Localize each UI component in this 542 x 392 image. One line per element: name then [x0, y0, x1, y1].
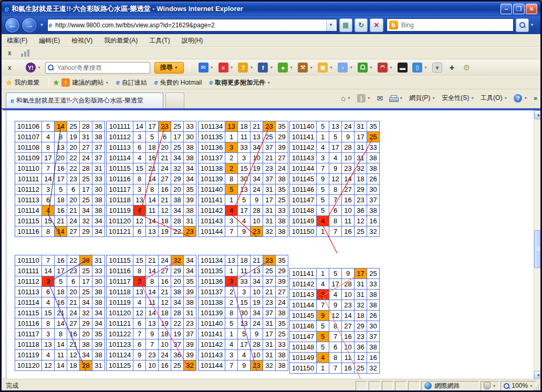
facebook-icon[interactable]: f — [258, 63, 268, 73]
folder-icon[interactable]: ⤴ — [238, 63, 248, 73]
scroll-down-button[interactable]: ▼ — [534, 371, 542, 379]
folder-dropdown[interactable]: ▼ — [249, 66, 253, 69]
shopping-bag-icon[interactable]: ▣ — [318, 63, 328, 73]
page-menu-button[interactable]: 網頁(P)▼ — [409, 94, 435, 102]
rss-button[interactable]: )▼ — [357, 94, 371, 102]
auction-icon[interactable]: ⚒ — [298, 63, 308, 73]
yahoo-close-icon[interactable]: x — [8, 64, 12, 71]
compatibility-view-button[interactable]: ▦ — [339, 18, 352, 32]
number-cell: 14 — [133, 121, 146, 132]
monster-icon[interactable]: ᗝ — [358, 63, 368, 73]
help-button[interactable]: ?▼ — [514, 94, 527, 102]
search-box[interactable]: b — [387, 18, 514, 32]
yahoo-search-input[interactable] — [56, 64, 148, 72]
mail-icon[interactable]: ✉ — [199, 63, 209, 73]
facebook-dropdown[interactable]: ▼ — [269, 66, 273, 69]
yahoo-search-box[interactable] — [45, 62, 150, 74]
number-cell: 27 — [159, 174, 171, 184]
close-toolbar-icon[interactable]: x — [8, 49, 12, 57]
safety-menu-button[interactable]: 安全性(S)▼ — [442, 94, 474, 102]
address-dropdown[interactable]: ▼ — [326, 19, 336, 31]
number-cell: 23 — [67, 266, 80, 276]
number-cell: 33 — [276, 339, 288, 350]
overflow-dropdown[interactable]: ▼ — [432, 63, 442, 73]
print-button[interactable]: ▼ — [389, 95, 403, 101]
recycle-bin-icon[interactable]: ▯ — [412, 63, 422, 73]
custom-links-button[interactable]: e自訂連結 — [116, 78, 147, 87]
search-options-dropdown[interactable]: ▼ — [530, 23, 534, 27]
forward-button[interactable]: → — [22, 17, 37, 33]
auction-dropdown[interactable]: ▼ — [309, 66, 313, 69]
number-cell-highlight-orange: 28 — [80, 255, 92, 266]
restore-button[interactable]: ❐ — [513, 4, 525, 14]
draw-id-cell: 101114 — [107, 153, 133, 163]
draw-row: 101142417283133 — [290, 142, 380, 153]
refresh-button[interactable]: ↻ — [355, 18, 368, 32]
home-button[interactable]: ⌂▼ — [341, 94, 350, 102]
tab-active[interactable]: e 和氣生財就是王道!!-六合彩版路心水區-樂透堂 — [6, 92, 163, 108]
number-cell: 23 — [263, 163, 276, 174]
free-hotmail-button[interactable]: e免費的 Hotmail — [154, 78, 202, 87]
zoom-pane[interactable]: 100%▼ — [501, 381, 536, 390]
movies-icon[interactable]: ▬ — [398, 63, 408, 73]
tools-menu-button[interactable]: 工具(O)▼ — [481, 94, 507, 102]
monster-dropdown[interactable]: ▼ — [369, 66, 373, 69]
number-cell: 23 — [342, 163, 355, 174]
yahoo-menu-dropdown[interactable]: ▼ — [37, 66, 41, 69]
recent-pages-dropdown[interactable]: ▼ — [40, 23, 44, 27]
menu-item-file[interactable]: 檔案(F) — [7, 36, 27, 45]
address-input[interactable] — [54, 20, 326, 30]
menu-item-view[interactable]: 檢視(V) — [71, 36, 92, 45]
read-mail-button[interactable]: ✉ — [377, 94, 383, 102]
favorites-button[interactable]: ★我的最愛 — [6, 78, 40, 87]
number-cell: 30 — [92, 184, 105, 195]
scroll-up-button[interactable]: ▲ — [534, 110, 542, 119]
suggested-sites-button[interactable]: ★!建議的網站▼ — [53, 78, 109, 87]
news-icon[interactable]: ≡ — [218, 63, 228, 73]
add-button-icon[interactable]: + — [447, 63, 457, 73]
shopping-dropdown[interactable]: ▼ — [329, 66, 333, 69]
car-dropdown[interactable]: ▼ — [389, 66, 393, 69]
draw-row: 1011123561730 — [107, 132, 196, 142]
sports-dropdown[interactable]: ▼ — [289, 66, 293, 69]
news-dropdown[interactable]: ▼ — [230, 66, 234, 69]
sports-icon[interactable]: ● — [278, 63, 288, 73]
resize-grip[interactable] — [533, 385, 539, 391]
number-cell: 16 — [55, 163, 67, 174]
vertical-scrollbar[interactable]: ▲ ▼ — [534, 110, 542, 379]
draw-id-cell: 101150 — [290, 363, 317, 374]
mail-dropdown[interactable]: ▼ — [210, 66, 214, 69]
yahoo-search-button[interactable]: 搜尋▼ — [154, 62, 184, 74]
number-cell: 34 — [92, 226, 105, 237]
get-more-addons-button[interactable]: e取得更多附加元件▼ — [209, 78, 270, 87]
scroll-thumb[interactable] — [534, 230, 542, 268]
settings-gear-icon[interactable]: ⚙ — [462, 63, 472, 73]
command-bar: ⌂▼ )▼ ✉ ▼ 網頁(P)▼ 安全性(S)▼ 工具(O)▼ ?▼ » — [335, 94, 537, 102]
menu-item-edit[interactable]: 編輯(E) — [39, 36, 60, 45]
address-bar[interactable]: e ▼ — [47, 19, 337, 32]
number-cell: 3 — [42, 329, 55, 339]
back-button[interactable]: ← — [5, 17, 20, 33]
minimize-button[interactable]: – — [501, 4, 512, 14]
stop-button[interactable]: × — [370, 18, 383, 32]
menu-item-tools[interactable]: 工具(T) — [149, 36, 170, 45]
protection-pane[interactable]: ▼ — [481, 381, 499, 390]
toolbar-overflow-chevron[interactable]: » — [534, 95, 537, 102]
bin-dropdown[interactable]: ▼ — [424, 66, 428, 69]
lightbulb-dropdown[interactable]: ▼ — [349, 66, 353, 69]
menu-item-favorites[interactable]: 我的最愛(A) — [104, 36, 138, 45]
menu-item-help[interactable]: 說明(H) — [182, 36, 203, 45]
car-icon[interactable]: 🚘 — [378, 63, 388, 73]
tab-new[interactable] — [165, 92, 184, 108]
draw-id-cell: 101119 — [15, 350, 42, 360]
draw-id-cell: 101121 — [107, 318, 133, 329]
draw-id-cell: 101123 — [107, 339, 133, 350]
yahoo-logo-icon[interactable]: Y! — [26, 63, 36, 73]
lightbulb-icon[interactable]: ♀ — [338, 63, 348, 73]
number-cell: 38 — [92, 297, 105, 308]
search-go-button[interactable] — [516, 18, 529, 32]
search-input[interactable] — [400, 20, 511, 30]
close-button[interactable]: × — [526, 4, 537, 14]
draw-id-cell: 101125 — [107, 360, 133, 371]
draw-id-cell: 101147 — [290, 332, 317, 342]
